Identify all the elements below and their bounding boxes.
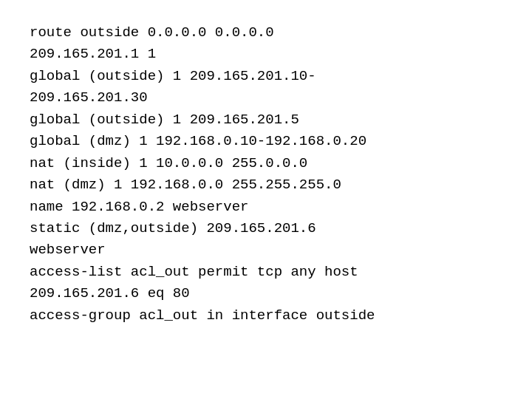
code-display: route outside 0.0.0.0 0.0.0.0 209.165.20… [30, 22, 375, 327]
